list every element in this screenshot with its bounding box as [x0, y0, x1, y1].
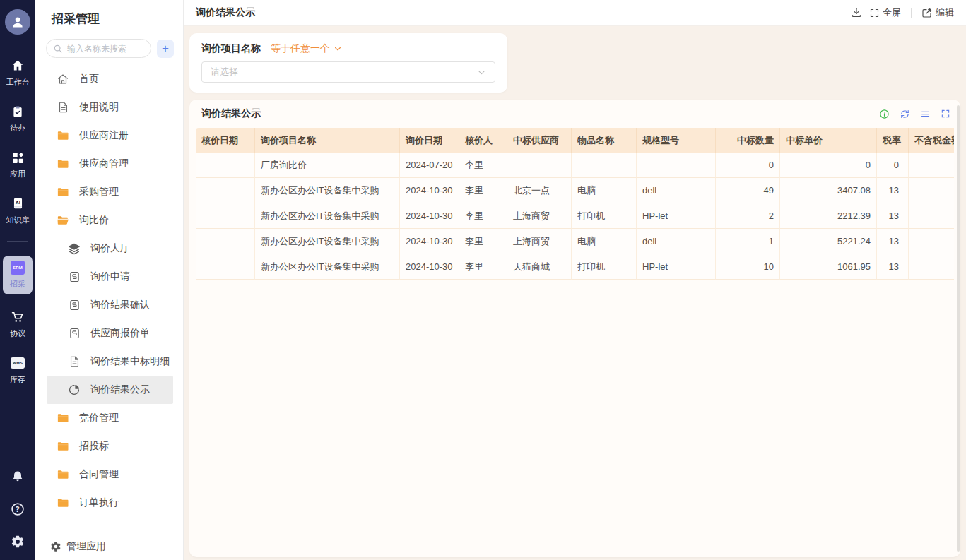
- search-input[interactable]: [67, 44, 144, 54]
- table-row-0[interactable]: 厂房询比价2024-07-20李里000: [196, 153, 954, 178]
- vertical-scrollbar[interactable]: [957, 105, 960, 552]
- s-doc-icon: [67, 270, 81, 283]
- table-header-row: 核价日期询价项目名称询价日期核价人中标供应商物品名称规格型号中标数量中标单价税率…: [196, 128, 954, 153]
- sidebar-item-14[interactable]: 合同管理: [35, 460, 183, 489]
- rail-bottom: ?: [10, 470, 25, 549]
- download-icon: [851, 7, 862, 18]
- rail-item-3[interactable]: AI知识库: [3, 195, 33, 227]
- filter-operator-label: 等于任意一个: [271, 42, 330, 55]
- cart-icon: [11, 310, 25, 324]
- document-icon: [67, 355, 81, 368]
- rail-item-0[interactable]: 工作台: [3, 57, 33, 89]
- sidebar-item-label: 合同管理: [79, 468, 119, 481]
- table-cell: 打印机: [572, 254, 637, 280]
- table-cell: 13: [877, 254, 909, 280]
- bell-icon[interactable]: [11, 470, 25, 484]
- table-cell: 2024-10-30: [400, 229, 459, 254]
- project-select[interactable]: 请选择: [201, 61, 495, 83]
- table-cell: 13: [877, 203, 909, 229]
- sidebar-item-13[interactable]: 招投标: [35, 432, 183, 460]
- sidebar-item-2[interactable]: 供应商注册: [35, 121, 183, 150]
- column-header: 询价日期: [400, 128, 459, 153]
- module-title: 招采管理: [35, 0, 183, 27]
- table-row-3[interactable]: 新办公区办公IT设备集中采购2024-10-30李里上海商贸电脑dell1522…: [196, 229, 954, 254]
- table-row-1[interactable]: 新办公区办公IT设备集中采购2024-10-30李里北京一点电脑dell4934…: [196, 178, 954, 203]
- table-cell: HP-let: [637, 254, 716, 280]
- sidebar-item-5[interactable]: 询比价: [35, 206, 183, 234]
- table-cell: 李里: [459, 203, 507, 229]
- topbar-action-0[interactable]: [847, 7, 866, 18]
- sidebar-item-8[interactable]: 询价结果确认: [35, 291, 183, 319]
- manage-apps-button[interactable]: 管理应用: [35, 532, 183, 560]
- sidebar-item-4[interactable]: 采购管理: [35, 178, 183, 206]
- table-cell: 0: [877, 153, 909, 178]
- sidebar-item-3[interactable]: 供应商管理: [35, 150, 183, 178]
- sidebar-item-12[interactable]: 竞价管理: [35, 404, 183, 432]
- folder-icon: [56, 129, 70, 142]
- topbar-action-2[interactable]: 编辑: [918, 6, 958, 19]
- topbar-action-1[interactable]: 全屏: [866, 6, 905, 19]
- table-cell: 新办公区办公IT设备集中采购: [255, 203, 400, 229]
- gear-icon[interactable]: [11, 535, 25, 549]
- table-cell: 李里: [459, 229, 507, 254]
- add-button[interactable]: +: [157, 40, 174, 58]
- table-cell: 2024-10-30: [400, 254, 459, 280]
- sidebar-item-label: 询价大厅: [90, 242, 130, 255]
- user-avatar[interactable]: [5, 9, 30, 35]
- table-row-4[interactable]: 新办公区办公IT设备集中采购2024-10-30李里天猫商城打印机HP-let1…: [196, 254, 954, 280]
- rail-item-1[interactable]: 待办: [3, 103, 33, 135]
- help-icon[interactable]: ?: [10, 501, 25, 517]
- apps-grid-icon: [11, 150, 25, 165]
- topbar-action-label: 编辑: [936, 6, 954, 19]
- table-container: 核价日期询价项目名称询价日期核价人中标供应商物品名称规格型号中标数量中标单价税率…: [196, 128, 954, 557]
- table-row-2[interactable]: 新办公区办公IT设备集中采购2024-10-30李里上海商贸打印机HP-let2…: [196, 203, 954, 229]
- folder-icon: [56, 468, 70, 481]
- table-cell: 打印机: [572, 203, 637, 229]
- home-icon: [11, 59, 25, 73]
- sidebar-item-label: 询价结果中标明细: [90, 355, 170, 368]
- results-card-header: 询价结果公示: [196, 100, 954, 128]
- menu-lines-icon[interactable]: [920, 109, 931, 119]
- table-cell: [196, 203, 255, 229]
- sidebar-item-label: 询价结果确认: [90, 299, 150, 311]
- sidebar-item-label: 首页: [79, 73, 99, 85]
- sidebar-item-1[interactable]: 使用说明: [35, 93, 183, 121]
- table-cell: 电脑: [572, 178, 637, 203]
- rail-item-5[interactable]: SRM招采: [3, 256, 33, 294]
- rail-item-2[interactable]: 应用: [3, 149, 33, 181]
- sidebar-item-6[interactable]: 询价大厅: [35, 234, 183, 263]
- table-cell: 天猫商城: [507, 254, 572, 280]
- table-cell: 厂房询比价: [255, 153, 400, 178]
- filter-operator-dropdown[interactable]: 等于任意一个: [271, 42, 342, 55]
- table-cell: dell: [637, 178, 716, 203]
- sidebar-item-7[interactable]: 询价申请: [35, 263, 183, 291]
- column-header: 物品名称: [572, 128, 637, 153]
- sidebar-item-11[interactable]: 询价结果公示: [47, 376, 173, 404]
- sidebar-item-label: 使用说明: [79, 101, 119, 114]
- search-box[interactable]: [46, 39, 151, 58]
- sidebar-item-15[interactable]: 订单执行: [35, 489, 183, 517]
- module-sidebar: 招采管理 + 首页使用说明供应商注册供应商管理采购管理询比价询价大厅询价申请询价…: [35, 0, 184, 560]
- rail-item-label: 协议: [10, 328, 25, 339]
- gear-icon: [50, 541, 61, 552]
- topbar-actions: 全屏编辑: [847, 6, 958, 19]
- column-header: 询价项目名称: [255, 128, 400, 153]
- results-table: 核价日期询价项目名称询价日期核价人中标供应商物品名称规格型号中标数量中标单价税率…: [196, 128, 954, 280]
- table-cell: 2212.39: [780, 203, 877, 229]
- rail-item-6[interactable]: 协议: [3, 309, 33, 340]
- table-cell: [572, 153, 637, 178]
- column-header: 不含税金额: [909, 128, 954, 153]
- table-cell: 新办公区办公IT设备集中采购: [255, 178, 400, 203]
- refresh-icon[interactable]: [900, 109, 910, 119]
- filter-card: 询价项目名称 等于任意一个 请选择: [189, 33, 507, 93]
- pie-chart-icon: [67, 383, 81, 396]
- info-icon[interactable]: [879, 109, 890, 119]
- sidebar-item-9[interactable]: 供应商报价单: [35, 319, 183, 347]
- manage-apps-label: 管理应用: [66, 540, 106, 553]
- sidebar-item-0[interactable]: 首页: [35, 65, 183, 93]
- topbar-action-label: 全屏: [883, 6, 901, 19]
- sidebar-item-10[interactable]: 询价结果中标明细: [35, 347, 183, 376]
- expand-icon[interactable]: [941, 109, 950, 119]
- rail-item-7[interactable]: WMS库存: [3, 355, 33, 386]
- sidebar-item-label: 采购管理: [79, 186, 119, 198]
